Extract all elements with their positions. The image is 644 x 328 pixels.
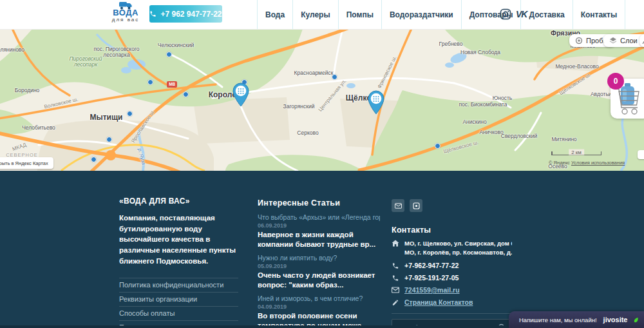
vk-social-button[interactable] [410, 199, 422, 212]
map-canvas [0, 29, 644, 171]
yandex-map[interactable]: Мытищи Королёв Щёлково Фрязино еляниново… [0, 29, 644, 171]
nav-item[interactable]: Помпы [339, 0, 382, 29]
chat-widget[interactable]: Напишите нам, мы онлайн! jivosite [509, 311, 644, 328]
home-icon [392, 240, 399, 247]
envelope-icon [392, 287, 399, 293]
article-title-link[interactable]: Что выбрать «Архыз» или «Легенда гор Арх… [258, 213, 380, 221]
logo-subtitle: для вас [109, 17, 142, 23]
footer-link[interactable]: Политика конфиденциальности [119, 278, 238, 293]
layers-button-label: Слои [620, 37, 638, 44]
phone-number-2: +7-925-191-27-05 [404, 274, 459, 282]
nav-item[interactable]: Доставка [521, 0, 573, 29]
article-date: 05.09.2019 [258, 263, 380, 269]
article-title-link[interactable]: Нужно ли кипятить воду? [258, 254, 380, 262]
address-line-2: МО, г. Королёв, пр. Космонавтов, д. 15, … [404, 248, 512, 257]
email-social-button[interactable] [392, 199, 404, 212]
footer-about-text: Компания, поставляющая бутилированную во… [119, 213, 238, 266]
map-scale-label: 2 км [569, 150, 584, 155]
footer-link[interactable]: Способы оплаты [119, 307, 238, 321]
email-link[interactable]: 7241559@mail.ru [404, 286, 460, 294]
map-scale: 2 км [551, 155, 601, 155]
footer-link[interactable]: Реквизиты организации [119, 293, 238, 307]
header: ВОДА для вас +7 962 947-77-22 Вода Кулер… [0, 0, 644, 30]
address-line-1: МО, г. Щелково, ул. Свирская, дом 6 [404, 239, 512, 248]
footer-link-label: Политика конфиденциальности [119, 281, 223, 289]
contacts-page-row: Страница Контактов [392, 298, 512, 306]
ruler-button-cut[interactable] [639, 34, 644, 47]
header-social: VK [500, 8, 527, 20]
yandex-copyright: © Яндекс [549, 160, 570, 166]
footer-link-label: Реквизиты организации [119, 295, 197, 303]
footer-social-row [392, 199, 512, 212]
layers-icon [609, 37, 617, 44]
open-in-yandex-maps-button[interactable]: Открыть в Яндекс Картах [0, 157, 53, 169]
highway-shield: М8 [167, 81, 177, 88]
footer-about-title: «ВОДА ДЛЯ ВАС» [119, 197, 238, 206]
nav-item[interactable]: Водораздатчики [382, 0, 462, 29]
terms-of-use-link[interactable]: Условия использования [571, 160, 625, 166]
footer-articles-column: Интересные Статьи Что выбрать «Архыз» ил… [258, 171, 380, 328]
contacts-title: Контакты [392, 226, 512, 235]
vk-small-icon [413, 202, 420, 209]
articles-list: Что выбрать «Архыз» или «Легенда гор Арх… [258, 213, 380, 328]
phone-button-label: +7 962 947-77-22 [160, 10, 222, 19]
map-ruler-button-cut[interactable] [638, 150, 644, 159]
article-item: Иней и изморозь, в чем отличие? 04.09.20… [258, 294, 380, 328]
phone-icon [392, 262, 399, 269]
article-excerpt: Наверное в жизни каждой компании бывают … [258, 230, 380, 249]
nav-item[interactable]: Вода [258, 0, 293, 29]
chat-brand: jivosite [603, 316, 628, 323]
page: ВОДА для вас +7 962 947-77-22 Вода Кулер… [0, 0, 644, 328]
divider [392, 313, 512, 314]
contacts-page-link[interactable]: Страница Контактов [404, 298, 473, 306]
map-pin-marker[interactable] [231, 82, 251, 107]
envelope-icon [395, 203, 402, 209]
articles-title: Интересные Статьи [258, 198, 380, 207]
leaf-icon [634, 314, 639, 325]
article-excerpt: Очень часто у людей возникает вопрос: "к… [258, 271, 380, 290]
footer-link-label: Способы оплаты [119, 309, 175, 317]
logo-title: ВОДА [109, 8, 142, 17]
phone-row-2: +7-925-191-27-05 [392, 274, 512, 282]
footer-links: Политика конфиденциальности Реквизиты ор… [119, 278, 238, 328]
phone-icon [392, 275, 399, 282]
nav-item[interactable]: Контакты [573, 0, 626, 29]
main-nav: Вода Кулеры Помпы Водораздатчики Доптова… [257, 0, 625, 29]
chat-message: Напишите нам, мы онлайн! [519, 316, 597, 323]
address-row: МО, г. Щелково, ул. Свирская, дом 6 МО, … [392, 239, 512, 257]
article-title-link[interactable]: Иней и изморозь, в чем отличие? [258, 294, 380, 302]
vk-icon[interactable]: VK [516, 9, 527, 19]
footer-contacts-column: Контакты МО, г. Щелково, ул. Свирская, д… [392, 171, 512, 328]
phone-number-1: +7-962-947-77-22 [404, 262, 459, 269]
footer-about-column: «ВОДА ДЛЯ ВАС» Компания, поставляющая бу… [119, 171, 238, 328]
article-date: 06.09.2019 [258, 222, 380, 229]
logo[interactable]: ВОДА для вас [109, 1, 142, 23]
traffic-icon [575, 37, 583, 44]
email-row: 7241559@mail.ru [392, 286, 512, 294]
nav-item[interactable]: Кулеры [293, 0, 339, 29]
article-item: Нужно ли кипятить воду? 05.09.2019 Очень… [258, 254, 380, 290]
instagram-icon[interactable] [500, 8, 511, 20]
footer: «ВОДА ДЛЯ ВАС» Компания, поставляющая бу… [0, 171, 644, 328]
article-item: Что выбрать «Архыз» или «Легенда гор Арх… [258, 213, 380, 249]
phone-icon [149, 10, 156, 17]
layers-button[interactable]: Слои [603, 34, 644, 47]
pencil-icon [392, 299, 399, 306]
cart-count-badge: 0 [607, 73, 624, 90]
article-date: 04.09.2019 [258, 304, 380, 310]
phone-button[interactable]: +7 962 947-77-22 [149, 5, 222, 23]
map-pin-marker[interactable] [366, 90, 386, 115]
phone-row-1: +7-962-947-77-22 [392, 262, 512, 269]
map-attribution: © Яндекс Условия использования [549, 160, 625, 166]
